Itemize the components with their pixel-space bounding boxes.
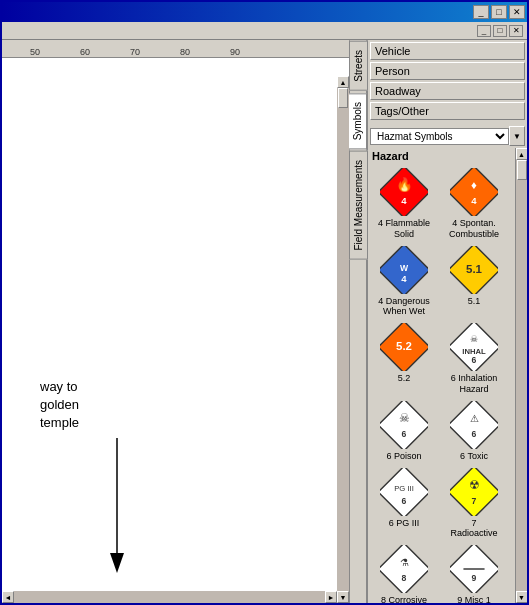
tab-strip: Streets Symbols Field Measurements	[349, 40, 367, 603]
dropdown-row: Hazmat Symbols ▼	[368, 124, 527, 148]
svg-text:7: 7	[472, 496, 477, 506]
tab-streets[interactable]: Streets	[349, 41, 368, 91]
svg-text:4: 4	[471, 195, 477, 206]
panel-scroll-down-button[interactable]: ▼	[516, 591, 528, 603]
symbol-4-flammable-solid[interactable]: 🔥 4 4 FlammableSolid	[370, 166, 438, 242]
ruler-tick-60: 60	[80, 47, 90, 57]
person-button[interactable]: Person	[370, 62, 525, 80]
symbol-9-misc-1[interactable]: 9 9 Misc 1	[440, 543, 508, 603]
dropdown-arrow[interactable]: ▼	[509, 126, 525, 146]
hazard-label: Hazard	[368, 148, 515, 164]
scroll-down-button[interactable]: ▼	[337, 591, 349, 603]
svg-text:6: 6	[472, 429, 477, 439]
svg-marker-1	[110, 553, 124, 573]
svg-rect-28	[450, 468, 498, 516]
symbol-5-2[interactable]: 5.2 5.2	[370, 321, 438, 397]
svg-text:W: W	[400, 263, 409, 273]
panel-scroll-track[interactable]	[516, 160, 527, 591]
h-scroll-track[interactable]	[14, 591, 325, 603]
content-area: 50 60 70 80 90 way to golden temple ▲	[2, 40, 527, 603]
svg-text:☠: ☠	[470, 334, 478, 344]
symbol-label-6-pg-iii: 6 PG III	[389, 518, 420, 529]
symbol-label-9-misc-1: 9 Misc 1	[457, 595, 491, 603]
ruler-tick-80: 80	[180, 47, 190, 57]
symbol-8-corrosive[interactable]: ⚗ 8 8 Corrosive	[370, 543, 438, 603]
symbol-6-inhalation[interactable]: ☠ INHAL 6 6 InhalationHazard	[440, 321, 508, 397]
ruler-tick-70: 70	[130, 47, 140, 57]
symbol-label-5-2: 5.2	[398, 373, 411, 384]
category-buttons: Vehicle Person Roadway Tags/Other	[368, 40, 527, 124]
svg-rect-22	[450, 401, 498, 449]
minimize-button[interactable]: _	[473, 5, 489, 19]
svg-text:⚠: ⚠	[470, 413, 479, 424]
hazmat-dropdown[interactable]: Hazmat Symbols	[370, 128, 509, 145]
maximize-button[interactable]: □	[491, 5, 507, 19]
symbol-label-7-radioactive: 7Radioactive	[450, 518, 497, 540]
svg-text:☠: ☠	[399, 412, 410, 424]
map-annotation-text: way to golden temple	[40, 378, 79, 433]
symbol-label-6-inhalation: 6 InhalationHazard	[451, 373, 498, 395]
symbol-label-4-dangerous-wet: 4 DangerousWhen Wet	[378, 296, 430, 318]
symbol-4-spontan-combustible[interactable]: ♦ 4 4 Spontan.Combustible	[440, 166, 508, 242]
symbol-7-radioactive[interactable]: ☢ 7 7Radioactive	[440, 466, 508, 542]
symbol-6-poison[interactable]: ☠ 6 6 Poison	[370, 399, 438, 464]
titlebar-buttons: _ □ ✕	[473, 5, 525, 19]
svg-text:6: 6	[402, 429, 407, 439]
symbol-label-6-poison: 6 Poison	[386, 451, 421, 462]
symbol-label-6-toxic: 6 Toxic	[460, 451, 488, 462]
svg-text:8: 8	[402, 574, 407, 584]
menu-minimize-button[interactable]: _	[477, 25, 491, 37]
symbol-label-4-spontan-combustible: 4 Spontan.Combustible	[449, 218, 499, 240]
canvas-area: 50 60 70 80 90 way to golden temple ▲	[2, 40, 349, 603]
menu-close-button[interactable]: ✕	[509, 25, 523, 37]
svg-rect-5	[450, 168, 498, 216]
close-button[interactable]: ✕	[509, 5, 525, 19]
roadway-button[interactable]: Roadway	[370, 82, 525, 100]
vehicle-button[interactable]: Vehicle	[370, 42, 525, 60]
symbol-5-1[interactable]: 5.1 5.1	[440, 244, 508, 320]
panel-scroll-up-button[interactable]: ▲	[516, 148, 528, 160]
scroll-thumb[interactable]	[338, 88, 348, 108]
tab-field-measurements[interactable]: Field Measurements	[349, 151, 368, 260]
symbol-6-toxic[interactable]: ⚠ 6 6 Toxic	[440, 399, 508, 464]
svg-text:5.1: 5.1	[466, 262, 483, 274]
symbol-6-pg-iii[interactable]: PG III 6 6 PG III	[370, 466, 438, 542]
scroll-left-button[interactable]: ◄	[2, 591, 14, 603]
symbol-label-8-corrosive: 8 Corrosive	[381, 595, 427, 603]
main-window: _ □ ✕ _ □ ✕ 50 60 70 80 90 way to golden	[0, 0, 529, 605]
symbol-label-5-1: 5.1	[468, 296, 481, 307]
svg-text:PG III: PG III	[394, 484, 414, 493]
menu-restore-button[interactable]: □	[493, 25, 507, 37]
map-canvas[interactable]: way to golden temple ▲ ▼ ◄	[2, 58, 349, 603]
canvas-horizontal-scrollbar[interactable]: ◄ ►	[2, 591, 337, 603]
svg-text:♦: ♦	[471, 179, 477, 191]
menubar: _ □ ✕	[2, 22, 527, 40]
symbols-grid: 🔥 4 4 FlammableSolid ♦ 4	[368, 164, 515, 603]
symbol-label-4-flammable-solid: 4 FlammableSolid	[378, 218, 430, 240]
scroll-right-button[interactable]: ►	[325, 591, 337, 603]
scroll-up-button[interactable]: ▲	[337, 76, 349, 88]
right-panel: Vehicle Person Roadway Tags/Other Hazmat…	[367, 40, 527, 603]
svg-text:5.2: 5.2	[396, 340, 412, 352]
ruler: 50 60 70 80 90	[2, 40, 349, 58]
titlebar: _ □ ✕	[2, 2, 527, 22]
svg-text:6: 6	[472, 356, 477, 366]
svg-text:☢: ☢	[469, 479, 480, 491]
scroll-track[interactable]	[337, 88, 349, 591]
right-scrollbar[interactable]: ▲ ▼	[515, 148, 527, 603]
map-arrow	[107, 438, 127, 578]
ruler-tick-50: 50	[30, 47, 40, 57]
menubar-buttons: _ □ ✕	[477, 25, 523, 37]
svg-rect-31	[380, 545, 428, 593]
svg-text:4: 4	[401, 273, 407, 284]
svg-text:6: 6	[402, 496, 407, 506]
svg-rect-19	[380, 401, 428, 449]
tab-symbols[interactable]: Symbols	[349, 93, 367, 149]
symbol-4-dangerous-wet[interactable]: W 4 4 DangerousWhen Wet	[370, 244, 438, 320]
canvas-vertical-scrollbar[interactable]: ▲ ▼	[337, 76, 349, 603]
tags-other-button[interactable]: Tags/Other	[370, 102, 525, 120]
svg-text:🔥: 🔥	[396, 176, 413, 193]
svg-text:4: 4	[401, 195, 407, 206]
ruler-tick-90: 90	[230, 47, 240, 57]
panel-scroll-thumb[interactable]	[517, 160, 527, 180]
